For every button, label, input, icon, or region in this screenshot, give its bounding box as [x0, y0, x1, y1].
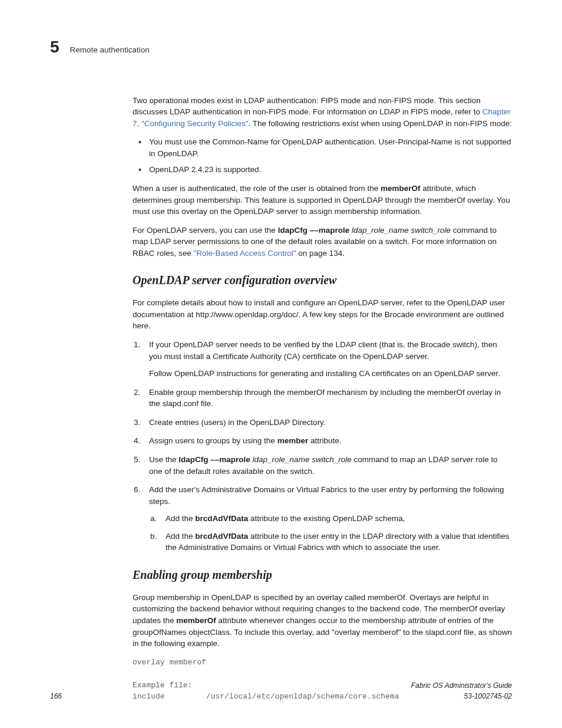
text: attribute.: [308, 436, 341, 445]
text: . The following restrictions exist when …: [248, 119, 511, 128]
cmd: ldapCfg ––maprole: [278, 226, 350, 235]
overview-paragraph: For complete details about how to instal…: [133, 297, 512, 332]
text: Add the user's Administrative Domains or…: [149, 485, 504, 506]
list-item: Assign users to groups by using the memb…: [149, 435, 512, 447]
steps-list: If your OpenLDAP server needs to be veri…: [133, 339, 512, 554]
footer-right: Fabric OS Administrator's Guide 53-10027…: [411, 681, 512, 701]
list-item: Use the ldapCfg ––maprole ldap_role_name…: [149, 454, 512, 477]
doc-number: 53-1002745-02: [411, 691, 512, 701]
text: For OpenLDAP servers, you can use the: [133, 226, 278, 235]
list-item: Enable group membership through the memb…: [149, 387, 512, 410]
chapter-number: 5: [50, 35, 59, 60]
brcd-attr: brcdAdVfData: [195, 514, 248, 523]
list-item: Add the user's Administrative Domains or…: [149, 484, 512, 554]
text: attribute to the existing OpenLDAP schem…: [248, 514, 405, 523]
guide-title: Fabric OS Administrator's Guide: [411, 681, 512, 691]
text: Use the: [149, 455, 178, 464]
list-item: If your OpenLDAP server needs to be veri…: [149, 339, 512, 380]
list-item: Add the brcdAdVfData attribute to the us…: [166, 531, 512, 554]
section-heading-overview: OpenLDAP server configuration overview: [133, 272, 512, 289]
cmd-args: ldap_role_name switch_role: [250, 455, 352, 464]
text: Add the: [166, 532, 195, 541]
intro-paragraph: Two operational modes exist in LDAP auth…: [133, 95, 512, 130]
text: Assign users to groups by using the: [149, 436, 277, 445]
cmd-args: ldap_role_name switch_role: [349, 226, 451, 235]
member-attr: member: [277, 436, 309, 445]
list-item: You must use the Common-Name for OpenLDA…: [149, 136, 512, 159]
cmd: ldapCfg ––maprole: [178, 455, 250, 464]
text: Two operational modes exist in LDAP auth…: [133, 96, 482, 117]
page-footer: 166 Fabric OS Administrator's Guide 53-1…: [50, 681, 512, 701]
list-item: Add the brcdAdVfData attribute to the ex…: [166, 513, 512, 525]
substeps-list: Add the brcdAdVfData attribute to the ex…: [149, 513, 512, 554]
restrictions-list: You must use the Common-Name for OpenLDA…: [133, 136, 512, 176]
sub-paragraph: Follow OpenLDAP instructions for generat…: [149, 368, 512, 380]
page-content: Two operational modes exist in LDAP auth…: [50, 95, 512, 703]
text: Add the: [166, 514, 195, 523]
link-rbac[interactable]: "Role-Based Access Control": [194, 249, 296, 258]
page-header: 5 Remote authentication: [50, 35, 512, 60]
page-number: 166: [50, 691, 62, 701]
text: If your OpenLDAP server needs to be veri…: [149, 340, 497, 361]
memberof-attr: memberOf: [176, 616, 216, 625]
header-title: Remote authentication: [70, 44, 150, 56]
membership-paragraph: Group membership in OpenLDAP is specifie…: [133, 592, 512, 650]
memberof-paragraph: When a user is authenticated, the role o…: [133, 183, 512, 218]
text: When a user is authenticated, the role o…: [133, 184, 381, 193]
section-heading-membership: Enabling group membership: [133, 566, 512, 584]
list-item: Create entries (users) in the OpenLDAP D…: [149, 417, 512, 429]
ldapcfg-paragraph: For OpenLDAP servers, you can use the ld…: [133, 225, 512, 259]
text: on page 134.: [296, 249, 345, 258]
brcd-attr: brcdAdVfData: [195, 532, 248, 541]
memberof-attr: memberOf: [381, 184, 421, 193]
list-item: OpenLDAP 2.4.23 is supported.: [149, 164, 512, 176]
